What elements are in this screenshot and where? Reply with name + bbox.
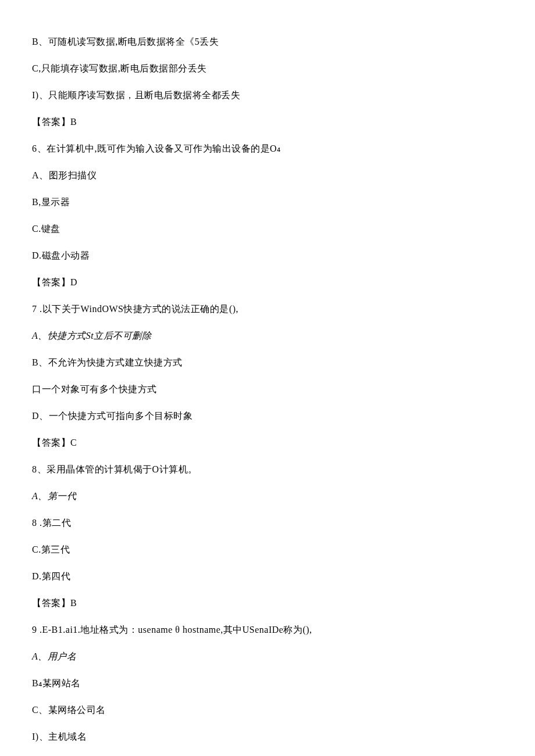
option-line: C.键盘 <box>32 222 503 236</box>
option-line: B、不允许为快捷方式建立快捷方式 <box>32 356 503 370</box>
question-line: 9 .E-B1.ai1.地址格式为：usename θ hostname,其中U… <box>32 623 503 637</box>
option-line: 8 .第二代 <box>32 516 503 530</box>
question-line: 6、在计算机中,既可作为输入设备又可作为输出设备的是O₄ <box>32 142 503 156</box>
option-line: I)、主机域名 <box>32 730 503 744</box>
option-line: B,显示器 <box>32 195 503 209</box>
option-line: C.第三代 <box>32 543 503 557</box>
answer-line: 【答案】B <box>32 596 503 610</box>
option-line: 口一个对象可有多个快捷方式 <box>32 382 503 396</box>
option-line: A、第一代 <box>32 489 503 503</box>
question-line: 7 .以下关于WindOWS快捷方式的说法正确的是(), <box>32 302 503 316</box>
question-line: 8、采用晶体管的计算机偈于O计算机。 <box>32 463 503 476</box>
document-page: B、可随机读写数据,断电后数据将全《5丢失 C,只能填存读写数据,断电后数据部分… <box>0 0 535 756</box>
answer-line: 【答案】D <box>32 275 503 289</box>
option-line: D、一个快捷方式可指向多个目标时象 <box>32 409 503 423</box>
text-line: B、可随机读写数据,断电后数据将全《5丢失 <box>32 35 503 49</box>
option-line: A、快捷方式St立后不可删除 <box>32 329 503 343</box>
option-line: B₄某网站名 <box>32 676 503 690</box>
answer-line: 【答案】B <box>32 115 503 129</box>
option-line: C、某网络公司名 <box>32 703 503 717</box>
option-line: D.磁盘小动器 <box>32 249 503 263</box>
option-line: A、用户名 <box>32 650 503 664</box>
option-line: D.第四代 <box>32 569 503 583</box>
text-line: C,只能填存读写数据,断电后数据部分丢失 <box>32 62 503 76</box>
option-line: A、图形扫描仪 <box>32 169 503 182</box>
answer-line: 【答案】C <box>32 436 503 450</box>
text-line: I)、只能顺序读写数据，且断电后数据将全都丢失 <box>32 88 503 102</box>
